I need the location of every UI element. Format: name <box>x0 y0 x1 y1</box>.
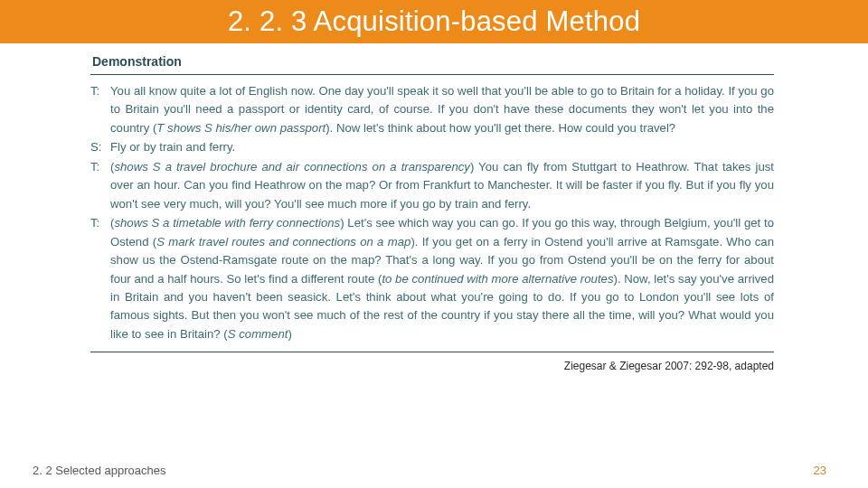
slide-title: 2. 2. 3 Acquisition-based Method <box>228 5 640 38</box>
speaker-label: T: <box>90 82 110 137</box>
slide: 2. 2. 3 Acquisition-based Method Demonst… <box>0 0 868 488</box>
speaker-label: T: <box>90 158 110 213</box>
speaker-label: T: <box>90 214 110 343</box>
page-number: 23 <box>814 464 826 477</box>
footer-section-label: 2. 2 Selected approaches <box>33 464 165 477</box>
utterance-text: You all know quite a lot of English now.… <box>110 82 774 137</box>
citation-text: Ziegesar & Ziegesar 2007: 292-98, adapte… <box>0 352 868 372</box>
slide-footer: 2. 2 Selected approaches 23 <box>0 464 868 477</box>
dialogue-turn: T: (shows S a timetable with ferry conne… <box>90 214 774 343</box>
demonstration-body: T: You all know quite a lot of English n… <box>90 75 774 352</box>
dialogue-turn: T: You all know quite a lot of English n… <box>90 82 774 137</box>
utterance-text: (shows S a timetable with ferry connecti… <box>110 214 774 343</box>
demonstration-header: Demonstration <box>90 51 774 75</box>
speaker-label: S: <box>90 138 110 156</box>
title-band: 2. 2. 3 Acquisition-based Method <box>0 0 868 43</box>
content-area: Demonstration T: You all know quite a lo… <box>0 43 868 352</box>
demonstration-block: Demonstration T: You all know quite a lo… <box>90 51 774 352</box>
dialogue-turn: T: (shows S a travel brochure and air co… <box>90 158 774 213</box>
dialogue-turn: S: Fly or by train and ferry. <box>90 138 774 156</box>
utterance-text: (shows S a travel brochure and air conne… <box>110 158 774 213</box>
utterance-text: Fly or by train and ferry. <box>110 138 774 156</box>
